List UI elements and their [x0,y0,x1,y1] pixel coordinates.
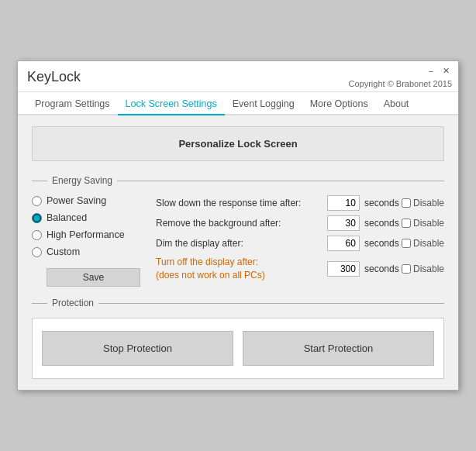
radio-custom-input[interactable] [32,247,42,257]
title-bar-right: − ✕ Copyright © Brabonet 2015 [349,66,452,88]
title-bar: KeyLock − ✕ Copyright © Brabonet 2015 [18,61,458,92]
radio-high-performance-label: High Performance [47,229,125,240]
window-controls: − ✕ [426,66,452,76]
setting-label-background: Remove the background after: [156,218,323,229]
disable-background-text: Disable [413,218,444,229]
protection-section-wrapper: Protection Stop Protection Start Protect… [32,298,444,379]
disable-turnoff-text: Disable [413,263,444,274]
tab-program-settings[interactable]: Program Settings [27,92,118,115]
app-title: KeyLock [27,69,81,85]
setting-input-response[interactable] [327,195,360,211]
copyright-text: Copyright © Brabonet 2015 [349,79,452,88]
setting-label-turnoff: Turn off the display after: (does not wo… [156,256,323,282]
minimize-button[interactable]: − [426,66,436,76]
setting-unit-background: seconds [364,218,397,229]
main-window: KeyLock − ✕ Copyright © Brabonet 2015 Pr… [17,60,459,391]
disable-response-label[interactable]: Disable [402,198,444,208]
setting-label-dim: Dim the display after: [156,238,323,249]
main-content: Personalize Lock Screen Energy Saving Po… [18,115,458,390]
setting-unit-response: seconds [364,198,397,208]
disable-turnoff-label[interactable]: Disable [402,263,444,274]
disable-background-label[interactable]: Disable [402,218,444,229]
disable-dim-label[interactable]: Disable [402,238,444,249]
radio-high-performance-input[interactable] [32,230,42,240]
close-button[interactable]: ✕ [440,66,452,76]
setting-row-response: Slow down the response time after: secon… [156,195,444,211]
setting-unit-dim: seconds [364,238,397,249]
turnoff-sub-text: (does not work on all PCs) [156,270,265,281]
radio-balanced-input[interactable] [32,213,42,223]
nav-tabs: Program Settings Lock Screen Settings Ev… [18,92,458,115]
setting-input-turnoff[interactable] [327,261,360,277]
setting-input-background[interactable] [327,215,360,231]
radio-power-saving-input[interactable] [32,196,42,206]
save-button[interactable]: Save [47,268,140,287]
disable-turnoff-checkbox[interactable] [402,264,411,274]
protection-section-title: Protection [32,298,444,308]
protection-buttons: Stop Protection Start Protection [42,331,434,366]
settings-grid: Slow down the response time after: secon… [156,195,444,287]
setting-row-turnoff: Turn off the display after: (does not wo… [156,256,444,282]
radio-balanced-label: Balanced [47,212,87,223]
energy-radio-group: Power Saving Balanced High Performance C… [32,195,140,287]
radio-power-saving[interactable]: Power Saving [32,195,140,206]
tab-about[interactable]: About [376,92,417,115]
setting-label-response: Slow down the response time after: [156,198,323,208]
disable-dim-text: Disable [413,238,444,249]
turnoff-main-text: Turn off the display after: [156,256,258,267]
tab-more-options[interactable]: More Options [302,92,376,115]
disable-background-checkbox[interactable] [402,219,411,228]
radio-custom-label: Custom [47,246,80,257]
energy-saving-content: Power Saving Balanced High Performance C… [32,195,444,287]
protection-box: Stop Protection Start Protection [32,318,444,379]
radio-power-saving-label: Power Saving [47,195,106,206]
stop-protection-button[interactable]: Stop Protection [42,331,233,366]
setting-row-dim: Dim the display after: seconds Disable [156,236,444,251]
tab-event-logging[interactable]: Event Logging [225,92,302,115]
setting-label-turnoff-main: Turn off the display after: (does not wo… [156,256,265,281]
setting-input-dim[interactable] [327,236,360,251]
disable-response-text: Disable [413,198,444,208]
disable-dim-checkbox[interactable] [402,239,411,248]
disable-response-checkbox[interactable] [402,198,411,208]
radio-balanced[interactable]: Balanced [32,212,140,223]
radio-custom[interactable]: Custom [32,246,140,257]
tab-lock-screen-settings[interactable]: Lock Screen Settings [118,92,225,115]
setting-unit-turnoff: seconds [364,263,397,274]
setting-row-background: Remove the background after: seconds Dis… [156,215,444,231]
personalize-lock-screen-button[interactable]: Personalize Lock Screen [32,126,444,161]
radio-high-performance[interactable]: High Performance [32,229,140,240]
energy-saving-section-title: Energy Saving [32,175,444,186]
start-protection-button[interactable]: Start Protection [243,331,434,366]
title-bar-left: KeyLock [27,69,81,85]
